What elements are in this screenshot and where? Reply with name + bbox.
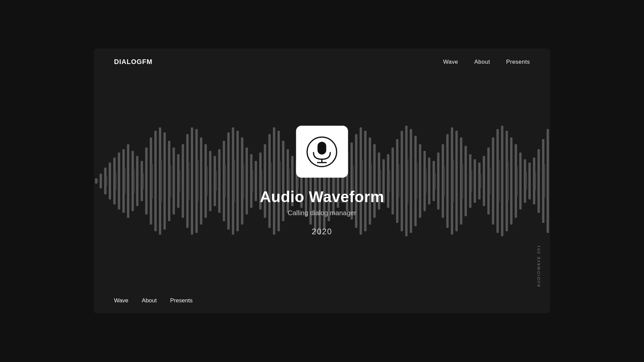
svg-rect-126 xyxy=(478,163,481,199)
svg-rect-99 xyxy=(396,139,398,223)
svg-rect-28 xyxy=(179,170,180,192)
svg-rect-15 xyxy=(141,161,143,201)
svg-rect-98 xyxy=(391,147,394,215)
svg-rect-96 xyxy=(387,154,389,208)
svg-rect-42 xyxy=(223,141,225,221)
svg-rect-45 xyxy=(232,127,234,235)
svg-rect-32 xyxy=(191,127,193,235)
svg-rect-50 xyxy=(246,147,248,215)
app-title: Audio Waveform xyxy=(260,188,384,206)
svg-rect-1 xyxy=(97,180,98,182)
svg-rect-19 xyxy=(152,164,153,198)
svg-rect-13 xyxy=(133,169,135,193)
nav-about[interactable]: About xyxy=(474,59,490,65)
app-year: 2020 xyxy=(312,227,332,236)
microphone-icon xyxy=(305,135,339,169)
svg-rect-128 xyxy=(483,156,485,206)
footer-nav: Wave About Presents xyxy=(114,297,193,304)
svg-rect-142 xyxy=(526,172,527,190)
svg-rect-44 xyxy=(227,132,230,230)
svg-rect-49 xyxy=(243,164,244,198)
svg-rect-119 xyxy=(455,131,458,231)
svg-rect-48 xyxy=(241,137,244,225)
svg-rect-14 xyxy=(136,156,139,206)
svg-rect-124 xyxy=(471,170,472,192)
svg-rect-52 xyxy=(252,170,253,192)
footer-nav-presents[interactable]: Presents xyxy=(170,297,193,304)
svg-rect-133 xyxy=(498,160,499,202)
svg-rect-102 xyxy=(405,126,408,236)
svg-rect-144 xyxy=(533,158,535,204)
svg-rect-131 xyxy=(492,137,494,225)
svg-rect-36 xyxy=(205,144,207,218)
svg-rect-104 xyxy=(410,129,412,233)
svg-rect-38 xyxy=(209,151,211,211)
svg-rect-148 xyxy=(544,164,545,198)
svg-rect-17 xyxy=(145,147,148,215)
svg-rect-117 xyxy=(451,127,453,235)
svg-rect-147 xyxy=(542,139,544,223)
svg-rect-0 xyxy=(95,178,97,184)
svg-rect-116 xyxy=(446,134,449,228)
footer-nav-wave[interactable]: Wave xyxy=(114,297,128,304)
svg-rect-51 xyxy=(250,154,253,208)
svg-rect-127 xyxy=(480,174,481,188)
svg-rect-3 xyxy=(104,168,107,194)
svg-rect-30 xyxy=(186,134,189,228)
svg-rect-139 xyxy=(517,166,518,196)
app-icon xyxy=(296,126,348,178)
svg-rect-25 xyxy=(170,165,171,197)
svg-rect-112 xyxy=(434,173,436,189)
svg-rect-35 xyxy=(200,137,202,225)
footer-nav-about[interactable]: About xyxy=(142,297,157,304)
svg-rect-9 xyxy=(122,149,125,213)
svg-rect-41 xyxy=(218,149,221,213)
svg-rect-129 xyxy=(487,147,490,215)
svg-rect-138 xyxy=(515,144,517,218)
svg-rect-10 xyxy=(124,168,125,194)
svg-rect-26 xyxy=(173,147,175,215)
svg-rect-101 xyxy=(401,131,403,231)
svg-rect-120 xyxy=(460,137,462,225)
svg-rect-11 xyxy=(127,144,129,218)
svg-rect-135 xyxy=(505,131,508,231)
svg-rect-136 xyxy=(507,161,509,201)
svg-rect-6 xyxy=(113,158,116,204)
svg-rect-27 xyxy=(177,154,179,208)
svg-rect-125 xyxy=(474,159,476,203)
svg-rect-31 xyxy=(188,162,190,200)
svg-rect-114 xyxy=(442,144,444,218)
svg-rect-43 xyxy=(224,165,226,197)
svg-rect-145 xyxy=(535,172,536,190)
svg-rect-34 xyxy=(197,160,199,202)
header-nav: Wave About Presents xyxy=(443,59,530,65)
svg-rect-8 xyxy=(118,153,120,209)
svg-rect-134 xyxy=(501,126,503,236)
svg-rect-110 xyxy=(428,158,430,204)
svg-rect-146 xyxy=(538,149,540,213)
svg-rect-12 xyxy=(131,151,134,211)
svg-rect-33 xyxy=(196,129,198,233)
svg-rect-39 xyxy=(214,156,216,206)
svg-rect-53 xyxy=(255,161,257,201)
svg-rect-141 xyxy=(524,159,526,203)
svg-rect-121 xyxy=(462,164,463,198)
svg-rect-21 xyxy=(159,127,161,235)
nav-presents[interactable]: Presents xyxy=(506,59,530,65)
svg-rect-103 xyxy=(407,159,408,203)
svg-rect-4 xyxy=(106,176,107,186)
side-label: AUDIOWAVE 001 xyxy=(537,244,541,287)
svg-rect-132 xyxy=(496,129,499,233)
svg-rect-22 xyxy=(161,160,162,202)
svg-rect-108 xyxy=(424,151,426,211)
svg-rect-97 xyxy=(389,170,390,192)
svg-rect-46 xyxy=(234,160,235,202)
svg-rect-137 xyxy=(510,137,513,225)
svg-rect-40 xyxy=(215,171,217,191)
nav-wave[interactable]: Wave xyxy=(443,59,458,65)
app-window: DIALOGFM Wave About Presents Audio W xyxy=(94,49,550,313)
svg-rect-106 xyxy=(416,163,418,199)
svg-rect-18 xyxy=(150,137,152,225)
svg-rect-20 xyxy=(154,131,157,231)
svg-rect-111 xyxy=(433,161,435,201)
